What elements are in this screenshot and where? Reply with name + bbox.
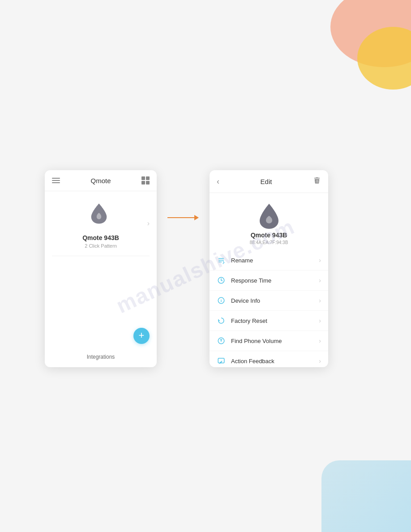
right-header: ‹ Edit [210,170,328,193]
back-button[interactable]: ‹ [217,177,219,186]
menu-device-info-label: Device Info [231,297,319,304]
volume-icon [217,336,226,345]
hamburger-menu-icon[interactable] [52,178,60,183]
menu-find-phone-volume-label: Find Phone Volume [231,338,319,344]
decorative-blob-bottom [321,460,411,532]
decorative-blob-top [295,0,411,99]
menu-item-factory-reset[interactable]: Factory Reset › [210,311,328,331]
edit-device-name: Qmote 943B [251,232,287,239]
svg-point-1 [357,27,411,90]
device-info-chevron-icon: › [319,297,321,304]
edit-device-icon [257,202,282,227]
left-screen-title: Qmote [90,177,111,184]
settings-menu: Rename › Response Time › [210,250,328,367]
device-icon [87,202,114,229]
menu-item-response-time[interactable]: Response Time › [210,270,328,291]
menu-factory-reset-label: Factory Reset [231,317,319,324]
menu-action-feedback-label: Action Feedback [231,358,319,365]
edit-device-info: Qmote 943B 88:4A:EA:7F:94:3B [210,193,328,250]
integrations-label: Integrations [87,354,115,360]
main-content: Qmote Qmote 943B 2 Click Pattern › [45,170,328,367]
response-time-chevron-icon: › [319,277,321,284]
menu-item-action-feedback[interactable]: Action Feedback › [210,351,328,367]
right-phone-screen: ‹ Edit Qmote 943B 88:4A:EA:7F:94:3B [210,170,328,367]
delete-button[interactable] [313,176,321,186]
card-chevron-icon: › [147,219,150,227]
left-phone-screen: Qmote Qmote 943B 2 Click Pattern › [45,170,157,367]
fab-add-button[interactable]: + [133,328,150,344]
edit-screen-title: Edit [261,178,272,185]
device-name: Qmote 943B [82,234,119,241]
rename-chevron-icon: › [319,257,321,264]
grid-view-icon[interactable] [141,176,150,184]
menu-item-device-info[interactable]: Device Info › [210,291,328,311]
arrow-head [194,215,199,220]
clock-icon [217,276,226,285]
menu-rename-label: Rename [231,257,319,264]
arrow-line [167,217,194,218]
action-feedback-chevron-icon: › [319,357,321,365]
edit-device-mac: 88:4A:EA:7F:94:3B [250,240,288,245]
factory-reset-chevron-icon: › [319,317,321,324]
reset-icon [217,316,226,325]
menu-item-find-phone-volume[interactable]: Find Phone Volume › [210,331,328,351]
menu-item-rename[interactable]: Rename › [210,250,328,270]
fab-plus-icon: + [139,330,145,340]
menu-response-time-label: Response Time [231,277,319,284]
text-icon [217,256,226,265]
info-icon [217,296,226,305]
card-divider [52,256,150,256]
device-subtitle: 2 Click Pattern [85,243,117,249]
chat-icon [217,356,226,365]
device-card[interactable]: Qmote 943B 2 Click Pattern › [45,191,157,256]
arrow [167,215,199,220]
svg-point-0 [330,0,411,67]
find-phone-chevron-icon: › [319,337,321,344]
transition-arrow [157,170,210,220]
left-header: Qmote [45,170,157,191]
